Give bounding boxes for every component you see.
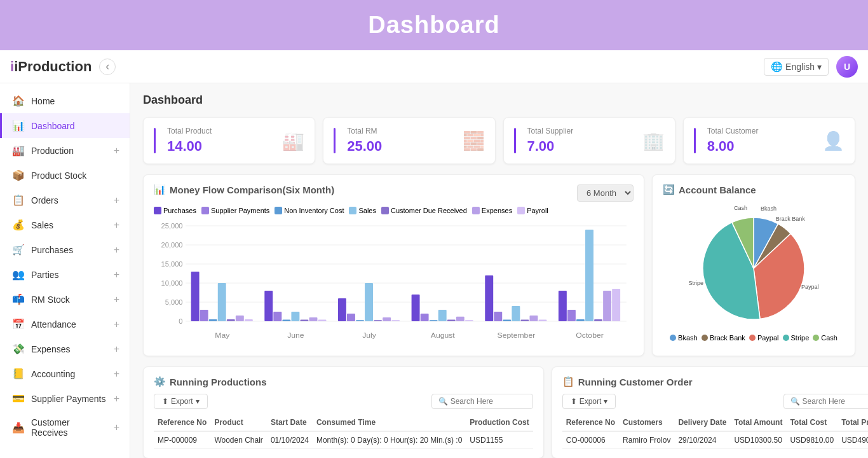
sidebar-item-orders[interactable]: 📋 Orders + bbox=[0, 188, 130, 212]
sidebar-icon-rm-stock: 📫 bbox=[12, 293, 25, 305]
month-period-select[interactable]: 6 Month bbox=[577, 184, 634, 202]
table-cell: MP-000009 bbox=[154, 431, 210, 449]
svg-text:Bkash: Bkash bbox=[761, 205, 776, 212]
stat-bar-3 bbox=[694, 128, 696, 153]
export-icon: ⬆ bbox=[162, 397, 168, 406]
legend-label-4: Customer Due Received bbox=[391, 207, 467, 214]
stat-icon-3: 👤 bbox=[822, 130, 844, 151]
customer-order-search-box: 🔍 bbox=[783, 394, 868, 409]
stat-card-3: Total Customer 8.00 👤 bbox=[683, 117, 855, 164]
svg-rect-53 bbox=[567, 310, 576, 321]
stat-card-2: Total Supplier 7.00 🏢 bbox=[503, 117, 675, 164]
customer-order-export-button[interactable]: ⬆ Export ▾ bbox=[562, 394, 616, 409]
sidebar-item-product-stock[interactable]: 📦 Product Stock bbox=[0, 163, 130, 188]
translate-icon: 🌐 bbox=[771, 61, 783, 73]
pie-dot-0 bbox=[670, 335, 676, 341]
legend-item-1: Supplier Payments bbox=[201, 207, 269, 214]
customer-order-search-input[interactable] bbox=[803, 397, 868, 406]
svg-rect-44 bbox=[485, 275, 493, 321]
productions-search-input[interactable] bbox=[451, 397, 527, 406]
tables-row: ⚙️ Running Productions ⬆ Export ▾ 🔍 Re bbox=[143, 366, 855, 458]
nav-right: 🌐 English ▾ U bbox=[764, 56, 858, 78]
sidebar-item-customer-receives[interactable]: 📥 Customer Receives + bbox=[0, 411, 130, 444]
svg-rect-13 bbox=[200, 310, 208, 321]
sidebar-icon-parties: 👥 bbox=[12, 268, 25, 281]
svg-text:Brack Bank: Brack Bank bbox=[776, 216, 806, 222]
sidebar-item-expenses[interactable]: 💸 Expenses + bbox=[0, 337, 130, 361]
sidebar-plus-rm-stock[interactable]: + bbox=[114, 294, 119, 305]
sidebar-item-rm-stock[interactable]: 📫 RM Stock + bbox=[0, 287, 130, 312]
sidebar-plus-supplier-payments[interactable]: + bbox=[114, 393, 119, 405]
stat-card-1: Total RM 25.00 🧱 bbox=[323, 117, 495, 164]
sidebar-label-rm-stock: RM Stock bbox=[31, 295, 70, 305]
sidebar-plus-attendance[interactable]: + bbox=[114, 319, 119, 330]
sidebar-item-home[interactable]: 🏠 Home bbox=[0, 88, 130, 113]
sidebar-item-attendance[interactable]: 📅 Attendance + bbox=[0, 312, 130, 337]
stat-icon-2: 🏢 bbox=[642, 130, 665, 151]
sidebar-plus-sales[interactable]: + bbox=[114, 219, 119, 231]
table-cell: USD490.50 bbox=[837, 431, 868, 449]
bar-chart-icon: 📊 bbox=[154, 184, 166, 195]
svg-rect-30 bbox=[356, 320, 364, 321]
sidebar-item-sales[interactable]: 💰 Sales + bbox=[0, 212, 130, 237]
sidebar-plus-orders[interactable]: + bbox=[114, 195, 119, 206]
legend-dot-1 bbox=[201, 207, 209, 214]
stat-label-3: Total Customer bbox=[707, 127, 759, 135]
svg-rect-42 bbox=[465, 320, 473, 321]
svg-rect-38 bbox=[430, 320, 438, 321]
svg-rect-32 bbox=[374, 320, 382, 321]
svg-text:20,000: 20,000 bbox=[161, 242, 183, 249]
svg-rect-49 bbox=[529, 316, 538, 321]
sidebar-plus-parties[interactable]: + bbox=[114, 269, 119, 281]
sidebar-item-production[interactable]: 🏭 Production + bbox=[0, 138, 130, 163]
sidebar-item-purchases[interactable]: 🛒 Purchases + bbox=[0, 237, 130, 262]
sidebar: 🏠 Home 📊 Dashboard 🏭 Production + 📦 Prod… bbox=[0, 83, 130, 458]
sidebar-label-product-stock: Product Stock bbox=[31, 170, 86, 181]
sidebar-item-accounting[interactable]: 📒 Accounting + bbox=[0, 361, 130, 386]
stat-bar-2 bbox=[514, 128, 516, 153]
sidebar-plus-purchases[interactable]: + bbox=[114, 244, 119, 256]
order-col-header: Total Cost bbox=[786, 414, 837, 431]
sidebar-label-purchases: Purchases bbox=[31, 245, 73, 255]
productions-export-button[interactable]: ⬆ Export ▾ bbox=[154, 394, 208, 409]
sidebar-item-parties[interactable]: 👥 Parties + bbox=[0, 262, 130, 287]
svg-text:October: October bbox=[576, 331, 604, 339]
sidebar-icon-sales: 💰 bbox=[12, 219, 25, 231]
table-cell: 01/10/2024 bbox=[267, 431, 313, 449]
sidebar-plus-customer-receives[interactable]: + bbox=[114, 422, 119, 433]
pie-label-3: Stripe bbox=[791, 334, 810, 342]
sidebar-label-production: Production bbox=[31, 146, 74, 156]
sidebar-label-supplier-payments: Supplier Payments bbox=[31, 394, 106, 404]
legend-label-5: Expenses bbox=[482, 207, 512, 214]
avatar[interactable]: U bbox=[836, 56, 858, 78]
brand-logo: iiProduction bbox=[10, 59, 92, 75]
sidebar-icon-orders: 📋 bbox=[12, 194, 25, 206]
productions-toolbar: ⬆ Export ▾ 🔍 bbox=[154, 394, 533, 409]
sidebar-label-parties: Parties bbox=[31, 270, 59, 280]
pie-legend-item-2: Paypal bbox=[749, 334, 779, 342]
svg-rect-17 bbox=[236, 316, 244, 321]
svg-rect-41 bbox=[456, 317, 465, 321]
page-title: Dashboard bbox=[143, 94, 855, 107]
sidebar-item-dashboard[interactable]: 📊 Dashboard bbox=[0, 113, 130, 138]
language-selector[interactable]: 🌐 English ▾ bbox=[764, 58, 829, 76]
sidebar-item-supplier-payments[interactable]: 💳 Supplier Payments + bbox=[0, 386, 130, 411]
stat-value-0: 14.00 bbox=[167, 138, 212, 155]
legend-label-6: Payroll bbox=[527, 207, 548, 214]
svg-rect-21 bbox=[273, 312, 281, 321]
sidebar-plus-accounting[interactable]: + bbox=[114, 368, 119, 380]
svg-text:July: July bbox=[362, 331, 376, 339]
pie-label-1: Brack Bank bbox=[710, 334, 745, 342]
order-col-header: Delivery Date bbox=[674, 414, 730, 431]
pie-legend-item-0: Bkash bbox=[670, 334, 698, 342]
sidebar-collapse-button[interactable]: ‹ bbox=[99, 59, 116, 75]
svg-rect-14 bbox=[209, 319, 217, 321]
sidebar-icon-customer-receives: 📥 bbox=[12, 422, 25, 434]
svg-text:Stripe: Stripe bbox=[689, 280, 704, 286]
money-flow-title: 📊 Money Flow Comparison(Six Month) bbox=[154, 184, 334, 195]
sidebar-plus-expenses[interactable]: + bbox=[114, 344, 119, 355]
table-cell: Month(s): 0 Day(s): 0 Hour(s): 20 Min.(s… bbox=[313, 431, 466, 449]
sidebar-plus-production[interactable]: + bbox=[114, 145, 119, 156]
svg-rect-48 bbox=[520, 320, 529, 321]
svg-text:September: September bbox=[498, 331, 536, 339]
